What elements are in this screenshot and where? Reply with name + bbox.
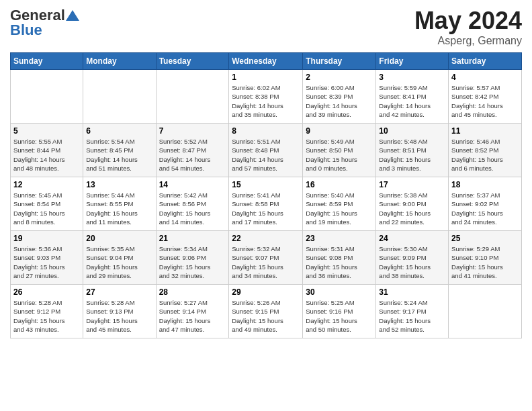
calendar-cell: 9Sunrise: 5:49 AM Sunset: 8:50 PM Daylig… bbox=[303, 124, 376, 177]
calendar-cell: 25Sunrise: 5:29 AM Sunset: 9:10 PM Dayli… bbox=[449, 231, 522, 285]
day-number: 15 bbox=[232, 180, 300, 189]
calendar-cell: 11Sunrise: 5:46 AM Sunset: 8:52 PM Dayli… bbox=[449, 124, 522, 177]
day-info: Sunrise: 5:38 AM Sunset: 9:00 PM Dayligh… bbox=[379, 191, 445, 226]
calendar-cell: 26Sunrise: 5:28 AM Sunset: 9:12 PM Dayli… bbox=[11, 285, 83, 338]
day-info: Sunrise: 5:29 AM Sunset: 9:10 PM Dayligh… bbox=[451, 244, 519, 280]
day-number: 25 bbox=[451, 234, 519, 243]
day-number: 24 bbox=[379, 234, 445, 243]
day-info: Sunrise: 5:34 AM Sunset: 9:06 PM Dayligh… bbox=[159, 244, 226, 280]
day-info: Sunrise: 5:59 AM Sunset: 8:41 PM Dayligh… bbox=[379, 83, 445, 119]
calendar-cell: 19Sunrise: 5:36 AM Sunset: 9:03 PM Dayli… bbox=[11, 231, 83, 285]
svg-marker-0 bbox=[66, 10, 79, 21]
header-saturday: Saturday bbox=[449, 53, 522, 70]
day-number: 14 bbox=[159, 180, 226, 189]
calendar-cell: 4Sunrise: 5:57 AM Sunset: 8:42 PM Daylig… bbox=[449, 70, 522, 124]
day-number: 9 bbox=[306, 126, 373, 136]
day-number: 13 bbox=[86, 180, 152, 189]
day-number: 30 bbox=[306, 287, 373, 297]
calendar-cell: 22Sunrise: 5:32 AM Sunset: 9:07 PM Dayli… bbox=[229, 231, 303, 285]
calendar-cell: 18Sunrise: 5:37 AM Sunset: 9:02 PM Dayli… bbox=[449, 177, 522, 231]
calendar-table: Sunday Monday Tuesday Wednesday Thursday… bbox=[10, 52, 522, 338]
day-info: Sunrise: 5:48 AM Sunset: 8:51 PM Dayligh… bbox=[379, 137, 445, 173]
day-info: Sunrise: 5:35 AM Sunset: 9:04 PM Dayligh… bbox=[86, 244, 152, 280]
calendar-cell: 27Sunrise: 5:28 AM Sunset: 9:13 PM Dayli… bbox=[83, 285, 156, 338]
calendar-cell: 28Sunrise: 5:27 AM Sunset: 9:14 PM Dayli… bbox=[156, 285, 229, 338]
calendar-week-2: 12Sunrise: 5:45 AM Sunset: 8:54 PM Dayli… bbox=[11, 177, 522, 231]
day-number: 18 bbox=[451, 180, 519, 189]
calendar-week-0: 1Sunrise: 6:02 AM Sunset: 8:38 PM Daylig… bbox=[11, 70, 522, 124]
day-number: 10 bbox=[379, 126, 445, 136]
day-info: Sunrise: 6:00 AM Sunset: 8:39 PM Dayligh… bbox=[306, 83, 373, 119]
calendar-cell: 31Sunrise: 5:24 AM Sunset: 9:17 PM Dayli… bbox=[376, 285, 449, 338]
day-number: 23 bbox=[306, 234, 373, 243]
calendar-cell: 6Sunrise: 5:54 AM Sunset: 8:45 PM Daylig… bbox=[83, 124, 156, 177]
calendar-cell: 30Sunrise: 5:25 AM Sunset: 9:16 PM Dayli… bbox=[303, 285, 376, 338]
day-info: Sunrise: 5:51 AM Sunset: 8:48 PM Dayligh… bbox=[232, 137, 300, 173]
header-wednesday: Wednesday bbox=[229, 53, 303, 70]
calendar-cell: 17Sunrise: 5:38 AM Sunset: 9:00 PM Dayli… bbox=[376, 177, 449, 231]
calendar-cell: 20Sunrise: 5:35 AM Sunset: 9:04 PM Dayli… bbox=[83, 231, 156, 285]
day-info: Sunrise: 5:30 AM Sunset: 9:09 PM Dayligh… bbox=[379, 244, 445, 280]
calendar-cell: 13Sunrise: 5:44 AM Sunset: 8:55 PM Dayli… bbox=[83, 177, 156, 231]
calendar-cell: 3Sunrise: 5:59 AM Sunset: 8:41 PM Daylig… bbox=[376, 70, 449, 124]
calendar-cell: 29Sunrise: 5:26 AM Sunset: 9:15 PM Dayli… bbox=[229, 285, 303, 338]
header-tuesday: Tuesday bbox=[156, 53, 229, 70]
day-info: Sunrise: 5:54 AM Sunset: 8:45 PM Dayligh… bbox=[86, 137, 152, 173]
day-info: Sunrise: 5:36 AM Sunset: 9:03 PM Dayligh… bbox=[13, 244, 80, 280]
day-number: 31 bbox=[379, 287, 445, 297]
logo-blue-text: Blue bbox=[10, 21, 42, 39]
day-info: Sunrise: 5:52 AM Sunset: 8:47 PM Dayligh… bbox=[159, 137, 226, 173]
calendar-cell: 15Sunrise: 5:41 AM Sunset: 8:58 PM Dayli… bbox=[229, 177, 303, 231]
day-info: Sunrise: 5:44 AM Sunset: 8:55 PM Dayligh… bbox=[86, 191, 152, 226]
calendar-cell bbox=[83, 70, 156, 124]
day-info: Sunrise: 5:27 AM Sunset: 9:14 PM Dayligh… bbox=[159, 298, 226, 334]
day-number: 4 bbox=[451, 73, 519, 82]
header-row: Sunday Monday Tuesday Wednesday Thursday… bbox=[11, 53, 522, 70]
calendar-cell: 5Sunrise: 5:55 AM Sunset: 8:44 PM Daylig… bbox=[11, 124, 83, 177]
day-info: Sunrise: 5:57 AM Sunset: 8:42 PM Dayligh… bbox=[451, 83, 519, 119]
day-number: 8 bbox=[232, 126, 300, 136]
header-thursday: Thursday bbox=[303, 53, 376, 70]
logo-triangle-icon bbox=[66, 9, 79, 22]
day-info: Sunrise: 5:24 AM Sunset: 9:17 PM Dayligh… bbox=[379, 298, 445, 334]
day-number: 12 bbox=[13, 180, 80, 189]
day-info: Sunrise: 5:31 AM Sunset: 9:08 PM Dayligh… bbox=[306, 244, 373, 280]
day-number: 3 bbox=[379, 73, 445, 82]
calendar-cell: 2Sunrise: 6:00 AM Sunset: 8:39 PM Daylig… bbox=[303, 70, 376, 124]
calendar-cell: 7Sunrise: 5:52 AM Sunset: 8:47 PM Daylig… bbox=[156, 124, 229, 177]
calendar-cell: 16Sunrise: 5:40 AM Sunset: 8:59 PM Dayli… bbox=[303, 177, 376, 231]
day-info: Sunrise: 5:49 AM Sunset: 8:50 PM Dayligh… bbox=[306, 137, 373, 173]
calendar-cell: 1Sunrise: 6:02 AM Sunset: 8:38 PM Daylig… bbox=[229, 70, 303, 124]
calendar-cell bbox=[11, 70, 83, 124]
day-number: 7 bbox=[159, 126, 226, 136]
day-info: Sunrise: 5:37 AM Sunset: 9:02 PM Dayligh… bbox=[451, 191, 519, 226]
location: Asperg, Germany bbox=[414, 35, 522, 47]
month-title: May 2024 bbox=[414, 7, 522, 35]
day-number: 29 bbox=[232, 287, 300, 297]
day-number: 2 bbox=[306, 73, 373, 82]
day-number: 17 bbox=[379, 180, 445, 189]
day-number: 5 bbox=[13, 126, 80, 136]
day-number: 1 bbox=[232, 73, 300, 82]
calendar-week-4: 26Sunrise: 5:28 AM Sunset: 9:12 PM Dayli… bbox=[11, 285, 522, 338]
day-number: 27 bbox=[86, 287, 152, 297]
day-number: 26 bbox=[13, 287, 80, 297]
page-header: General Blue May 2024 Asperg, Germany bbox=[10, 7, 522, 47]
calendar-cell: 24Sunrise: 5:30 AM Sunset: 9:09 PM Dayli… bbox=[376, 231, 449, 285]
day-info: Sunrise: 5:40 AM Sunset: 8:59 PM Dayligh… bbox=[306, 191, 373, 226]
logo: General Blue bbox=[10, 7, 79, 39]
day-number: 21 bbox=[159, 234, 226, 243]
day-info: Sunrise: 5:28 AM Sunset: 9:12 PM Dayligh… bbox=[13, 298, 80, 334]
day-info: Sunrise: 5:46 AM Sunset: 8:52 PM Dayligh… bbox=[451, 137, 519, 173]
day-number: 11 bbox=[451, 126, 519, 136]
calendar-cell: 12Sunrise: 5:45 AM Sunset: 8:54 PM Dayli… bbox=[11, 177, 83, 231]
calendar-cell: 10Sunrise: 5:48 AM Sunset: 8:51 PM Dayli… bbox=[376, 124, 449, 177]
calendar-cell: 14Sunrise: 5:42 AM Sunset: 8:56 PM Dayli… bbox=[156, 177, 229, 231]
calendar-cell bbox=[156, 70, 229, 124]
day-info: Sunrise: 5:41 AM Sunset: 8:58 PM Dayligh… bbox=[232, 191, 300, 226]
header-sunday: Sunday bbox=[11, 53, 83, 70]
calendar-cell: 21Sunrise: 5:34 AM Sunset: 9:06 PM Dayli… bbox=[156, 231, 229, 285]
title-area: May 2024 Asperg, Germany bbox=[414, 7, 522, 47]
day-number: 19 bbox=[13, 234, 80, 243]
day-info: Sunrise: 6:02 AM Sunset: 8:38 PM Dayligh… bbox=[232, 83, 300, 119]
